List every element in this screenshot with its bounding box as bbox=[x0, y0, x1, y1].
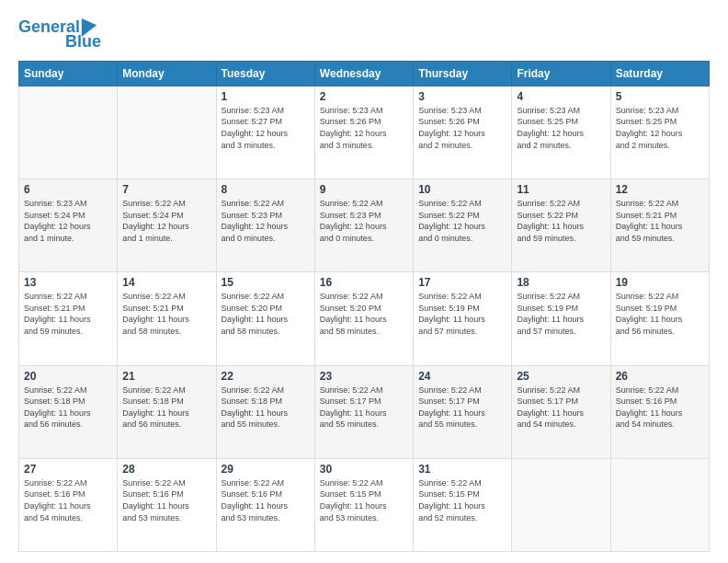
day-number: 21 bbox=[122, 370, 210, 383]
calendar-day-cell: 10Sunrise: 5:22 AM Sunset: 5:22 PM Dayli… bbox=[414, 179, 512, 272]
day-number: 26 bbox=[616, 370, 704, 383]
day-detail: Sunrise: 5:22 AM Sunset: 5:23 PM Dayligh… bbox=[320, 198, 408, 244]
day-detail: Sunrise: 5:22 AM Sunset: 5:18 PM Dayligh… bbox=[24, 385, 112, 431]
day-number: 22 bbox=[222, 370, 310, 383]
day-number: 5 bbox=[616, 90, 704, 103]
calendar-day-cell: 20Sunrise: 5:22 AM Sunset: 5:18 PM Dayli… bbox=[19, 365, 118, 458]
calendar-week-row: 27Sunrise: 5:22 AM Sunset: 5:16 PM Dayli… bbox=[19, 458, 710, 551]
calendar-day-cell: 25Sunrise: 5:22 AM Sunset: 5:17 PM Dayli… bbox=[512, 365, 610, 458]
day-detail: Sunrise: 5:22 AM Sunset: 5:21 PM Dayligh… bbox=[24, 291, 112, 337]
logo: General Blue bbox=[18, 18, 101, 52]
day-detail: Sunrise: 5:22 AM Sunset: 5:21 PM Dayligh… bbox=[122, 291, 210, 337]
day-detail: Sunrise: 5:23 AM Sunset: 5:25 PM Dayligh… bbox=[616, 105, 704, 151]
day-number: 17 bbox=[418, 276, 506, 289]
day-number: 18 bbox=[517, 276, 605, 289]
calendar-day-cell bbox=[118, 86, 216, 178]
day-number: 23 bbox=[320, 370, 408, 383]
day-number: 7 bbox=[122, 183, 210, 196]
day-detail: Sunrise: 5:23 AM Sunset: 5:26 PM Dayligh… bbox=[320, 105, 408, 151]
day-detail: Sunrise: 5:23 AM Sunset: 5:25 PM Dayligh… bbox=[517, 105, 605, 151]
day-detail: Sunrise: 5:23 AM Sunset: 5:26 PM Dayligh… bbox=[418, 105, 506, 151]
calendar-day-cell: 30Sunrise: 5:22 AM Sunset: 5:15 PM Dayli… bbox=[314, 458, 413, 551]
calendar-day-cell: 13Sunrise: 5:22 AM Sunset: 5:21 PM Dayli… bbox=[19, 272, 118, 365]
day-number: 29 bbox=[222, 463, 310, 476]
weekday-header-tuesday: Tuesday bbox=[216, 61, 314, 86]
calendar-day-cell: 11Sunrise: 5:22 AM Sunset: 5:22 PM Dayli… bbox=[512, 179, 610, 272]
calendar-week-row: 1Sunrise: 5:23 AM Sunset: 5:27 PM Daylig… bbox=[19, 86, 710, 178]
calendar-day-cell: 4Sunrise: 5:23 AM Sunset: 5:25 PM Daylig… bbox=[512, 86, 610, 178]
day-detail: Sunrise: 5:22 AM Sunset: 5:16 PM Dayligh… bbox=[222, 477, 310, 523]
day-number: 9 bbox=[320, 183, 408, 196]
day-detail: Sunrise: 5:22 AM Sunset: 5:18 PM Dayligh… bbox=[122, 385, 210, 431]
day-detail: Sunrise: 5:22 AM Sunset: 5:17 PM Dayligh… bbox=[517, 385, 605, 431]
calendar-day-cell: 7Sunrise: 5:22 AM Sunset: 5:24 PM Daylig… bbox=[118, 179, 216, 272]
calendar-day-cell: 28Sunrise: 5:22 AM Sunset: 5:16 PM Dayli… bbox=[118, 458, 216, 551]
calendar-day-cell: 17Sunrise: 5:22 AM Sunset: 5:19 PM Dayli… bbox=[414, 272, 512, 365]
calendar-day-cell: 26Sunrise: 5:22 AM Sunset: 5:16 PM Dayli… bbox=[610, 365, 709, 458]
calendar-day-cell: 1Sunrise: 5:23 AM Sunset: 5:27 PM Daylig… bbox=[216, 86, 314, 178]
day-detail: Sunrise: 5:22 AM Sunset: 5:22 PM Dayligh… bbox=[418, 198, 506, 244]
weekday-header-saturday: Saturday bbox=[610, 61, 709, 86]
weekday-header-sunday: Sunday bbox=[19, 61, 118, 86]
day-number: 20 bbox=[24, 370, 112, 383]
day-number: 30 bbox=[320, 463, 408, 476]
day-number: 2 bbox=[320, 90, 408, 103]
calendar-day-cell: 5Sunrise: 5:23 AM Sunset: 5:25 PM Daylig… bbox=[610, 86, 709, 178]
calendar-table: SundayMondayTuesdayWednesdayThursdayFrid… bbox=[18, 61, 710, 552]
day-number: 10 bbox=[418, 183, 506, 196]
calendar-day-cell: 15Sunrise: 5:22 AM Sunset: 5:20 PM Dayli… bbox=[216, 272, 314, 365]
calendar-day-cell: 16Sunrise: 5:22 AM Sunset: 5:20 PM Dayli… bbox=[314, 272, 413, 365]
day-detail: Sunrise: 5:22 AM Sunset: 5:17 PM Dayligh… bbox=[320, 385, 408, 431]
day-number: 15 bbox=[222, 276, 310, 289]
calendar-day-cell bbox=[19, 86, 118, 178]
page: General Blue SundayMondayTuesdayWednesda… bbox=[0, 0, 728, 563]
calendar-day-cell: 2Sunrise: 5:23 AM Sunset: 5:26 PM Daylig… bbox=[314, 86, 413, 178]
day-number: 8 bbox=[222, 183, 310, 196]
day-detail: Sunrise: 5:23 AM Sunset: 5:24 PM Dayligh… bbox=[24, 198, 112, 244]
day-number: 4 bbox=[517, 90, 605, 103]
calendar-day-cell: 31Sunrise: 5:22 AM Sunset: 5:15 PM Dayli… bbox=[414, 458, 512, 551]
calendar-day-cell: 14Sunrise: 5:22 AM Sunset: 5:21 PM Dayli… bbox=[118, 272, 216, 365]
day-detail: Sunrise: 5:22 AM Sunset: 5:19 PM Dayligh… bbox=[616, 291, 704, 337]
weekday-header-wednesday: Wednesday bbox=[314, 61, 413, 86]
calendar-day-cell: 22Sunrise: 5:22 AM Sunset: 5:18 PM Dayli… bbox=[216, 365, 314, 458]
day-number: 24 bbox=[418, 370, 506, 383]
calendar-day-cell: 23Sunrise: 5:22 AM Sunset: 5:17 PM Dayli… bbox=[314, 365, 413, 458]
day-detail: Sunrise: 5:22 AM Sunset: 5:15 PM Dayligh… bbox=[320, 477, 408, 523]
weekday-header-row: SundayMondayTuesdayWednesdayThursdayFrid… bbox=[19, 61, 710, 86]
calendar-day-cell: 29Sunrise: 5:22 AM Sunset: 5:16 PM Dayli… bbox=[216, 458, 314, 551]
day-detail: Sunrise: 5:22 AM Sunset: 5:21 PM Dayligh… bbox=[616, 198, 704, 244]
day-detail: Sunrise: 5:22 AM Sunset: 5:20 PM Dayligh… bbox=[222, 291, 310, 337]
day-number: 12 bbox=[616, 183, 704, 196]
logo-text-blue: Blue bbox=[65, 33, 101, 52]
day-detail: Sunrise: 5:22 AM Sunset: 5:16 PM Dayligh… bbox=[616, 385, 704, 431]
calendar-day-cell: 18Sunrise: 5:22 AM Sunset: 5:19 PM Dayli… bbox=[512, 272, 610, 365]
day-number: 25 bbox=[517, 370, 605, 383]
day-detail: Sunrise: 5:22 AM Sunset: 5:20 PM Dayligh… bbox=[320, 291, 408, 337]
day-number: 11 bbox=[517, 183, 605, 196]
day-number: 1 bbox=[222, 90, 310, 103]
day-detail: Sunrise: 5:22 AM Sunset: 5:15 PM Dayligh… bbox=[418, 477, 506, 523]
calendar-day-cell: 12Sunrise: 5:22 AM Sunset: 5:21 PM Dayli… bbox=[610, 179, 709, 272]
header: General Blue bbox=[18, 15, 710, 52]
weekday-header-thursday: Thursday bbox=[414, 61, 512, 86]
calendar-week-row: 13Sunrise: 5:22 AM Sunset: 5:21 PM Dayli… bbox=[19, 272, 710, 365]
day-number: 14 bbox=[122, 276, 210, 289]
day-number: 31 bbox=[418, 463, 506, 476]
calendar-day-cell: 3Sunrise: 5:23 AM Sunset: 5:26 PM Daylig… bbox=[414, 86, 512, 178]
day-detail: Sunrise: 5:22 AM Sunset: 5:16 PM Dayligh… bbox=[122, 477, 210, 523]
calendar-day-cell bbox=[610, 458, 709, 551]
day-number: 27 bbox=[24, 463, 112, 476]
day-detail: Sunrise: 5:22 AM Sunset: 5:19 PM Dayligh… bbox=[517, 291, 605, 337]
day-detail: Sunrise: 5:22 AM Sunset: 5:23 PM Dayligh… bbox=[222, 198, 310, 244]
day-detail: Sunrise: 5:22 AM Sunset: 5:17 PM Dayligh… bbox=[418, 385, 506, 431]
calendar-week-row: 6Sunrise: 5:23 AM Sunset: 5:24 PM Daylig… bbox=[19, 179, 710, 272]
day-detail: Sunrise: 5:22 AM Sunset: 5:16 PM Dayligh… bbox=[24, 477, 112, 523]
day-number: 6 bbox=[24, 183, 112, 196]
weekday-header-monday: Monday bbox=[118, 61, 216, 86]
calendar-day-cell: 19Sunrise: 5:22 AM Sunset: 5:19 PM Dayli… bbox=[610, 272, 709, 365]
day-number: 19 bbox=[616, 276, 704, 289]
calendar-day-cell: 9Sunrise: 5:22 AM Sunset: 5:23 PM Daylig… bbox=[314, 179, 413, 272]
weekday-header-friday: Friday bbox=[512, 61, 610, 86]
day-detail: Sunrise: 5:23 AM Sunset: 5:27 PM Dayligh… bbox=[222, 105, 310, 151]
